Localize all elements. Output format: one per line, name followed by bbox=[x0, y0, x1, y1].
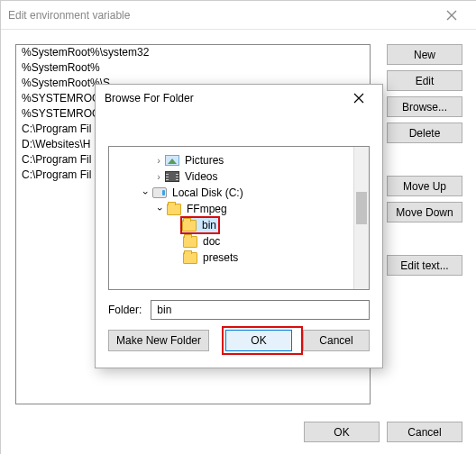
browse-button-row: Make New Folder OK Cancel bbox=[108, 326, 370, 355]
make-new-folder-button[interactable]: Make New Folder bbox=[108, 330, 209, 351]
expand-icon[interactable]: › bbox=[152, 152, 165, 168]
tree-node-ffmpeg[interactable]: › FFmpeg bbox=[109, 201, 353, 217]
tree-node-pictures[interactable]: › Pictures bbox=[109, 152, 353, 168]
folder-icon bbox=[182, 220, 197, 232]
tree-label: bin bbox=[202, 217, 216, 233]
edit-text-button[interactable]: Edit text... bbox=[387, 255, 462, 276]
folder-icon bbox=[183, 252, 197, 264]
tree-label: Videos bbox=[185, 168, 217, 185]
videos-icon bbox=[165, 171, 179, 182]
ok-button[interactable]: OK bbox=[304, 422, 380, 442]
tree-node-local-disk[interactable]: › Local Disk (C:) bbox=[109, 185, 353, 201]
browse-ok-button[interactable]: OK bbox=[225, 330, 292, 351]
close-button[interactable] bbox=[434, 3, 470, 28]
tree-label: FFmpeg bbox=[187, 201, 227, 217]
folder-label: Folder: bbox=[108, 304, 142, 316]
tree-label: doc bbox=[203, 233, 220, 250]
browse-button[interactable]: Browse... bbox=[387, 96, 462, 117]
tree-node-presets[interactable]: presets bbox=[109, 250, 353, 266]
new-button[interactable]: New bbox=[387, 44, 462, 65]
tree-scrollbar[interactable] bbox=[353, 147, 369, 289]
tree-node-doc[interactable]: doc bbox=[109, 233, 353, 250]
edit-environment-window: Edit environment variable %SystemRoot%\s… bbox=[0, 0, 476, 454]
list-item[interactable]: %SystemRoot% bbox=[16, 60, 370, 76]
folder-tree[interactable]: › Pictures › Videos › Local Disk (C:) › bbox=[108, 146, 370, 290]
pictures-icon bbox=[165, 155, 179, 166]
browse-close-button[interactable] bbox=[344, 86, 373, 111]
folder-input[interactable] bbox=[151, 300, 370, 320]
browse-for-folder-dialog: Browse For Folder › Pictures › Videos › bbox=[95, 84, 383, 368]
folder-icon bbox=[183, 236, 197, 248]
tree-node-videos[interactable]: › Videos bbox=[109, 168, 353, 185]
close-icon bbox=[446, 10, 457, 21]
folder-icon bbox=[167, 204, 181, 215]
folder-row: Folder: bbox=[108, 299, 370, 321]
close-icon bbox=[353, 93, 364, 104]
delete-button[interactable]: Delete bbox=[387, 123, 462, 143]
side-buttons: New Edit Browse... Delete Move Up Move D… bbox=[387, 44, 462, 276]
scrollbar-thumb[interactable] bbox=[356, 192, 367, 224]
disk-icon bbox=[152, 187, 167, 198]
window-title: Edit environment variable bbox=[8, 9, 434, 22]
ok-highlight: OK bbox=[222, 326, 303, 355]
move-up-button[interactable]: Move Up bbox=[387, 176, 462, 196]
list-item[interactable]: %SystemRoot%\system32 bbox=[16, 45, 370, 60]
cancel-button[interactable]: Cancel bbox=[387, 422, 462, 442]
move-down-button[interactable]: Move Down bbox=[387, 202, 462, 222]
tree-label: Pictures bbox=[185, 152, 224, 168]
tree-body: › Pictures › Videos › Local Disk (C:) › bbox=[109, 147, 353, 289]
browse-title: Browse For Folder bbox=[105, 92, 344, 104]
edit-button[interactable]: Edit bbox=[387, 70, 462, 91]
tree-node-bin[interactable]: bin bbox=[109, 217, 353, 233]
titlebar: Edit environment variable bbox=[1, 1, 476, 30]
browse-cancel-button[interactable]: Cancel bbox=[303, 330, 370, 351]
browse-titlebar: Browse For Folder bbox=[96, 85, 382, 112]
tree-label: presets bbox=[203, 250, 238, 266]
expand-icon[interactable]: › bbox=[152, 168, 165, 185]
dialog-footer: OK Cancel bbox=[304, 422, 462, 442]
tree-label: Local Disk (C:) bbox=[172, 185, 243, 201]
